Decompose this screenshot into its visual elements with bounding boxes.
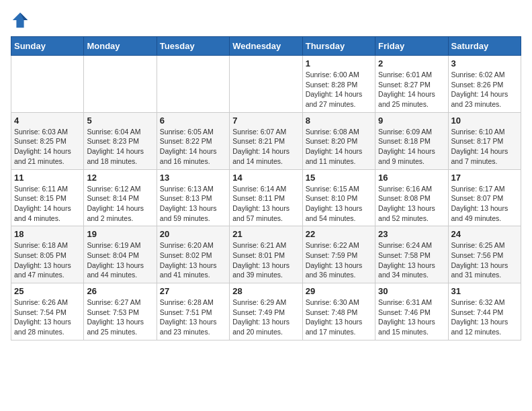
day-number: 4 bbox=[14, 116, 81, 126]
day-info: Sunrise: 6:18 AM Sunset: 8:05 PM Dayligh… bbox=[14, 240, 81, 280]
day-info: Sunrise: 6:30 AM Sunset: 7:48 PM Dayligh… bbox=[306, 298, 372, 337]
calendar-cell: 10Sunrise: 6:10 AM Sunset: 8:17 PM Dayli… bbox=[448, 112, 521, 169]
calendar-cell: 20Sunrise: 6:20 AM Sunset: 8:02 PM Dayli… bbox=[157, 226, 229, 283]
day-number: 25 bbox=[14, 286, 81, 296]
day-info: Sunrise: 6:29 AM Sunset: 7:49 PM Dayligh… bbox=[232, 298, 299, 337]
day-info: Sunrise: 6:21 AM Sunset: 8:01 PM Dayligh… bbox=[232, 240, 299, 280]
calendar-cell bbox=[84, 56, 157, 113]
header-day: Sunday bbox=[11, 37, 84, 56]
day-number: 29 bbox=[306, 286, 372, 296]
day-info: Sunrise: 6:11 AM Sunset: 8:15 PM Dayligh… bbox=[14, 184, 81, 224]
day-number: 28 bbox=[232, 286, 299, 296]
logo-icon bbox=[11, 11, 30, 30]
calendar-cell: 17Sunrise: 6:17 AM Sunset: 8:07 PM Dayli… bbox=[448, 169, 521, 226]
header-row: SundayMondayTuesdayWednesdayThursdayFrid… bbox=[11, 37, 521, 56]
calendar-week: 18Sunrise: 6:18 AM Sunset: 8:05 PM Dayli… bbox=[11, 226, 521, 283]
day-number: 14 bbox=[232, 173, 299, 183]
day-info: Sunrise: 6:31 AM Sunset: 7:46 PM Dayligh… bbox=[378, 298, 445, 337]
day-info: Sunrise: 6:22 AM Sunset: 7:59 PM Dayligh… bbox=[306, 240, 372, 280]
day-info: Sunrise: 6:26 AM Sunset: 7:54 PM Dayligh… bbox=[14, 298, 81, 337]
header-day: Saturday bbox=[448, 37, 521, 56]
day-info: Sunrise: 6:14 AM Sunset: 8:11 PM Dayligh… bbox=[232, 184, 299, 224]
day-number: 10 bbox=[451, 116, 518, 126]
day-info: Sunrise: 6:04 AM Sunset: 8:23 PM Dayligh… bbox=[87, 127, 153, 167]
day-number: 20 bbox=[160, 229, 226, 239]
day-number: 15 bbox=[306, 173, 372, 183]
day-number: 2 bbox=[378, 58, 445, 68]
header-day: Wednesday bbox=[230, 37, 302, 56]
calendar-cell: 29Sunrise: 6:30 AM Sunset: 7:48 PM Dayli… bbox=[302, 283, 375, 340]
calendar-cell: 11Sunrise: 6:11 AM Sunset: 8:15 PM Dayli… bbox=[11, 169, 84, 226]
day-info: Sunrise: 6:32 AM Sunset: 7:44 PM Dayligh… bbox=[451, 298, 518, 337]
day-info: Sunrise: 6:02 AM Sunset: 8:26 PM Dayligh… bbox=[451, 70, 518, 109]
day-info: Sunrise: 6:12 AM Sunset: 8:14 PM Dayligh… bbox=[87, 184, 153, 224]
day-info: Sunrise: 6:27 AM Sunset: 7:53 PM Dayligh… bbox=[87, 298, 153, 337]
calendar-cell bbox=[11, 56, 84, 113]
calendar-week: 11Sunrise: 6:11 AM Sunset: 8:15 PM Dayli… bbox=[11, 169, 521, 226]
day-number: 27 bbox=[160, 286, 226, 296]
calendar-week: 25Sunrise: 6:26 AM Sunset: 7:54 PM Dayli… bbox=[11, 283, 521, 340]
day-number: 18 bbox=[14, 229, 81, 239]
calendar-cell: 30Sunrise: 6:31 AM Sunset: 7:46 PM Dayli… bbox=[375, 283, 448, 340]
day-info: Sunrise: 6:13 AM Sunset: 8:13 PM Dayligh… bbox=[160, 184, 226, 224]
day-number: 24 bbox=[451, 229, 518, 239]
calendar-header: SundayMondayTuesdayWednesdayThursdayFrid… bbox=[11, 37, 521, 56]
day-info: Sunrise: 6:28 AM Sunset: 7:51 PM Dayligh… bbox=[160, 298, 226, 337]
day-number: 16 bbox=[378, 173, 445, 183]
calendar-cell: 24Sunrise: 6:25 AM Sunset: 7:56 PM Dayli… bbox=[448, 226, 521, 283]
day-number: 31 bbox=[451, 286, 518, 296]
calendar-cell: 23Sunrise: 6:24 AM Sunset: 7:58 PM Dayli… bbox=[375, 226, 448, 283]
header-day: Friday bbox=[375, 37, 448, 56]
day-number: 3 bbox=[451, 58, 518, 68]
day-number: 12 bbox=[87, 173, 153, 183]
day-info: Sunrise: 6:00 AM Sunset: 8:28 PM Dayligh… bbox=[306, 70, 372, 109]
day-number: 30 bbox=[378, 286, 445, 296]
day-number: 8 bbox=[306, 116, 372, 126]
calendar-cell: 31Sunrise: 6:32 AM Sunset: 7:44 PM Dayli… bbox=[448, 283, 521, 340]
day-number: 1 bbox=[306, 58, 372, 68]
calendar-cell bbox=[230, 56, 302, 113]
day-info: Sunrise: 6:24 AM Sunset: 7:58 PM Dayligh… bbox=[378, 240, 445, 280]
calendar-cell: 2Sunrise: 6:01 AM Sunset: 8:27 PM Daylig… bbox=[375, 56, 448, 113]
calendar-cell: 4Sunrise: 6:03 AM Sunset: 8:25 PM Daylig… bbox=[11, 112, 84, 169]
calendar-cell: 16Sunrise: 6:16 AM Sunset: 8:08 PM Dayli… bbox=[375, 169, 448, 226]
calendar-cell: 25Sunrise: 6:26 AM Sunset: 7:54 PM Dayli… bbox=[11, 283, 84, 340]
day-info: Sunrise: 6:17 AM Sunset: 8:07 PM Dayligh… bbox=[451, 184, 518, 224]
day-info: Sunrise: 6:15 AM Sunset: 8:10 PM Dayligh… bbox=[306, 184, 372, 224]
page-header bbox=[11, 11, 521, 30]
day-number: 13 bbox=[160, 173, 226, 183]
calendar-cell: 6Sunrise: 6:05 AM Sunset: 8:22 PM Daylig… bbox=[157, 112, 229, 169]
calendar-cell: 9Sunrise: 6:09 AM Sunset: 8:18 PM Daylig… bbox=[375, 112, 448, 169]
day-number: 21 bbox=[232, 229, 299, 239]
calendar-cell: 21Sunrise: 6:21 AM Sunset: 8:01 PM Dayli… bbox=[230, 226, 302, 283]
calendar-week: 4Sunrise: 6:03 AM Sunset: 8:25 PM Daylig… bbox=[11, 112, 521, 169]
header-day: Tuesday bbox=[157, 37, 229, 56]
calendar-cell: 3Sunrise: 6:02 AM Sunset: 8:26 PM Daylig… bbox=[448, 56, 521, 113]
calendar-cell: 7Sunrise: 6:07 AM Sunset: 8:21 PM Daylig… bbox=[230, 112, 302, 169]
day-info: Sunrise: 6:08 AM Sunset: 8:20 PM Dayligh… bbox=[306, 127, 372, 167]
day-info: Sunrise: 6:07 AM Sunset: 8:21 PM Dayligh… bbox=[232, 127, 299, 167]
calendar-cell: 18Sunrise: 6:18 AM Sunset: 8:05 PM Dayli… bbox=[11, 226, 84, 283]
calendar-body: 1Sunrise: 6:00 AM Sunset: 8:28 PM Daylig… bbox=[11, 56, 521, 340]
header-day: Thursday bbox=[302, 37, 375, 56]
day-number: 11 bbox=[14, 173, 81, 183]
day-info: Sunrise: 6:19 AM Sunset: 8:04 PM Dayligh… bbox=[87, 240, 153, 280]
day-number: 6 bbox=[160, 116, 226, 126]
day-number: 19 bbox=[87, 229, 153, 239]
calendar-cell: 12Sunrise: 6:12 AM Sunset: 8:14 PM Dayli… bbox=[84, 169, 157, 226]
day-info: Sunrise: 6:25 AM Sunset: 7:56 PM Dayligh… bbox=[451, 240, 518, 280]
calendar-cell: 19Sunrise: 6:19 AM Sunset: 8:04 PM Dayli… bbox=[84, 226, 157, 283]
calendar-week: 1Sunrise: 6:00 AM Sunset: 8:28 PM Daylig… bbox=[11, 56, 521, 113]
calendar-cell: 22Sunrise: 6:22 AM Sunset: 7:59 PM Dayli… bbox=[302, 226, 375, 283]
calendar-table: SundayMondayTuesdayWednesdayThursdayFrid… bbox=[11, 36, 521, 340]
day-number: 7 bbox=[232, 116, 299, 126]
header-day: Monday bbox=[84, 37, 157, 56]
day-info: Sunrise: 6:20 AM Sunset: 8:02 PM Dayligh… bbox=[160, 240, 226, 280]
calendar-cell: 15Sunrise: 6:15 AM Sunset: 8:10 PM Dayli… bbox=[302, 169, 375, 226]
calendar-cell bbox=[157, 56, 229, 113]
day-number: 26 bbox=[87, 286, 153, 296]
logo bbox=[11, 11, 32, 30]
day-info: Sunrise: 6:09 AM Sunset: 8:18 PM Dayligh… bbox=[378, 127, 445, 167]
day-number: 17 bbox=[451, 173, 518, 183]
day-info: Sunrise: 6:05 AM Sunset: 8:22 PM Dayligh… bbox=[160, 127, 226, 167]
